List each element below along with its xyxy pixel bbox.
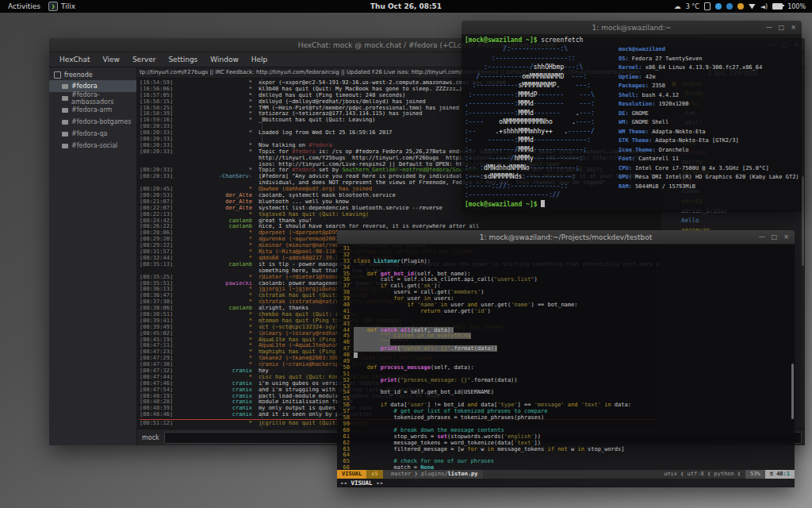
code-line: 42 [337, 315, 795, 321]
timestamp: [08:24:42] [140, 218, 179, 225]
nick: der_Alte [179, 193, 259, 199]
timestamp: [08:47:32] [140, 368, 179, 375]
terminal2-titlebar[interactable]: 1: mock@swaziland:~/Projects/mockdev/tes… [337, 230, 795, 244]
vim-command-line: -- VISUAL -- [337, 479, 795, 487]
timestamp: [08:36:47] [140, 293, 179, 299]
maximize-button[interactable]: □ [779, 24, 785, 31]
code-token: catch_all [381, 327, 411, 333]
vim-branch-and-file: master ❯ plugins/listen.py [383, 470, 483, 479]
nick: * [179, 331, 259, 337]
code-token: "catch all: {}" [400, 345, 450, 352]
minimize-button[interactable]: — [759, 233, 765, 241]
timestamp: [08:20:33] [140, 174, 179, 180]
vim-editor[interactable]: 313233class Listener(Plugin):3435 def ge… [337, 244, 795, 487]
code-token: ): [434, 283, 440, 289]
code-token: "process_message: {}" [400, 377, 471, 383]
code-token: 'type' [497, 402, 517, 408]
code-token: (self, data): [431, 364, 474, 371]
code-token: 'text' [514, 440, 534, 446]
timestamp: [08:35:51] [140, 281, 179, 287]
nick: der_Alte [179, 206, 259, 212]
menu-view[interactable]: View [98, 54, 125, 65]
nick: cranix [179, 381, 259, 387]
sidebar-item-fedora-arm[interactable]: #fedora-arm [49, 104, 136, 116]
info-line: CPU: Intel Core i7-7500U @ 4x 3.5GHz [25… [619, 164, 802, 174]
network-label: freenode [64, 71, 93, 79]
user-list-item[interactable]: Aello [661, 216, 805, 225]
code-token: if [547, 446, 553, 452]
menu-server[interactable]: Server [127, 54, 162, 65]
message-text: nice, I should have search for reverse, … [259, 224, 479, 229]
nick: * [179, 249, 259, 256]
channel-label: #fedora-qa [71, 130, 107, 137]
wifi-icon[interactable] [749, 4, 756, 10]
indicator-icon-blue[interactable] [715, 3, 722, 10]
focused-app-menu[interactable]: ❯ Tilix [48, 2, 75, 11]
info-line: RAM: 5044MiB / 15793MiB [619, 183, 802, 192]
sidebar-item-fedora-social[interactable]: #fedora-social [49, 140, 136, 152]
close-button[interactable]: × [783, 233, 789, 241]
nick: * [179, 275, 259, 281]
message-text: set by [316, 167, 343, 173]
logo-line: :---:sdNMMMMNds:------------: [465, 172, 595, 182]
vim-scroll-percent: 53% [745, 470, 765, 479]
system-tray[interactable]: ☁ 3 °C ◄) 100% [674, 2, 812, 10]
nick: * [179, 375, 259, 381]
timestamp: [08:20:33] [140, 149, 179, 156]
indicator-icon-people[interactable] [726, 3, 733, 10]
code-line: 31 [337, 246, 795, 252]
code-token: process_message [381, 364, 431, 371]
maximize-button[interactable]: □ [772, 233, 778, 241]
gnome-top-bar: Activities ❯ Tilix Thu Oct 26, 08:51 ☁ 3… [0, 0, 812, 13]
close-button[interactable]: × [791, 24, 796, 31]
channel-label: #fedora-arm [71, 106, 112, 114]
nick: * [179, 318, 259, 325]
sidebar-item-fedora-ambassadors[interactable]: #fedora-ambassadors [49, 92, 136, 104]
menu-window[interactable]: Window [205, 54, 244, 65]
nick: caolanb [179, 218, 259, 225]
timestamp: [08:20:33] [140, 137, 179, 143]
nick: der_Alte [179, 199, 259, 206]
nick: * [179, 149, 259, 156]
code-token: (self, data): [411, 327, 454, 333]
nick: * [179, 111, 259, 117]
visual-selection: """ [354, 339, 390, 345]
message-text: tetizeraz (~tetizeraz@177.143.114.115) h… [259, 111, 423, 117]
info-line: Shell: bash 4.4.12 [619, 91, 802, 101]
indicator-icon-orange[interactable] [737, 3, 744, 10]
message-text: Dawhee (dahhee@sdf.org) has joined [259, 187, 372, 192]
activities-button[interactable]: Activities [8, 2, 40, 10]
code-token [354, 283, 381, 289]
nick: * [179, 130, 259, 137]
terminal2-scrollbar[interactable] [791, 364, 794, 419]
battery-icon[interactable] [772, 3, 783, 10]
vim-mode-indicator: VISUAL [337, 470, 366, 479]
menu-help[interactable]: Help [246, 54, 274, 65]
logo-line: /:-------------:\ [465, 44, 595, 54]
menu-hexchat[interactable]: HexChat [54, 54, 96, 65]
volume-icon[interactable]: ◄) [760, 3, 768, 10]
timestamp: [08:20:33] [140, 167, 179, 174]
menu-settings[interactable]: Settings [163, 54, 203, 65]
nick: * [179, 287, 259, 293]
temperature-label: 3 °C [686, 3, 699, 10]
code-line: 47 print("catch all: {}".format(data)) [337, 346, 795, 352]
terminal1-content[interactable]: [mock@swaziland ~]$ screenfetch /:------… [462, 35, 802, 212]
code-token: return [420, 308, 440, 314]
nick: * [179, 312, 259, 318]
clipboard-icon[interactable] [704, 2, 710, 10]
minimize-button[interactable]: — [766, 24, 772, 31]
timestamp: [16:54:59] [140, 80, 179, 87]
logo-line: :-----------:MMMdP------- ---\ [465, 90, 595, 100]
visual-selection: """ Listen in on everything [354, 333, 471, 339]
code-token: stop_words] [584, 446, 625, 452]
tilix-icon: ❯ [48, 2, 58, 11]
sidebar-item-fedora-botgames[interactable]: #fedora-botgames [49, 116, 136, 128]
network-item-freenode[interactable]: freenode [49, 69, 136, 80]
channel-icon [62, 96, 68, 101]
nick: * [179, 106, 259, 112]
timestamp: [08:45:02] [140, 331, 179, 337]
code-token: users = call.get( [354, 289, 450, 295]
sidebar-item-fedora-qa[interactable]: #fedora-qa [49, 128, 136, 140]
terminal1-titlebar[interactable]: 1: mock@swaziland:~ — □ × [462, 21, 802, 35]
